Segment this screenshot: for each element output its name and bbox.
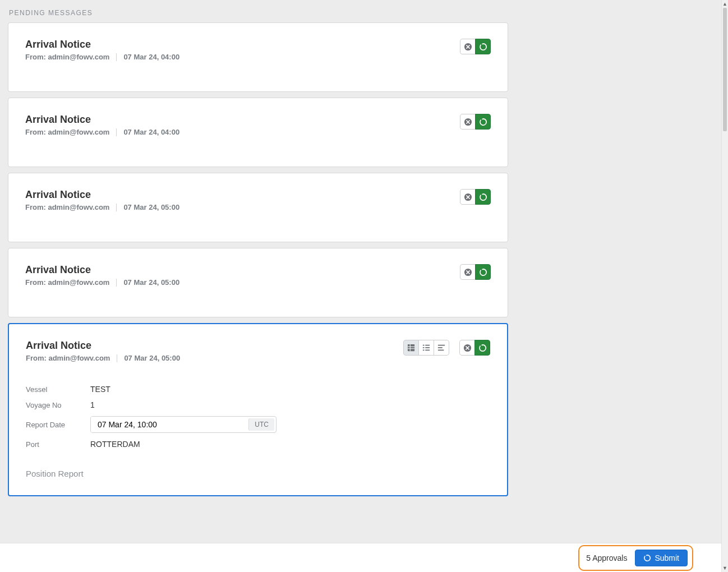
refresh-check-icon — [479, 118, 487, 126]
divider — [116, 279, 117, 287]
field-label-reportdate: Report Date — [26, 421, 90, 429]
field-label-voyage: Voyage No — [26, 401, 90, 409]
close-circle-icon — [463, 344, 472, 352]
card-date: 07 Mar 24, 04:00 — [123, 53, 179, 61]
reject-button[interactable] — [459, 340, 475, 356]
card-date: 07 Mar 24, 04:00 — [123, 128, 179, 136]
align-left-icon — [437, 344, 445, 352]
reject-button[interactable] — [460, 39, 476, 54]
reject-button[interactable] — [460, 114, 476, 130]
approve-button[interactable] — [474, 340, 490, 356]
close-circle-icon — [464, 193, 472, 201]
report-date-suffix: UTC — [248, 418, 274, 431]
reject-button[interactable] — [460, 189, 476, 205]
subsection-title: Position Report — [26, 469, 490, 478]
card-date: 07 Mar 24, 05:00 — [124, 354, 180, 362]
card-title: Arrival Notice — [25, 114, 491, 126]
approve-button[interactable] — [475, 39, 491, 54]
divider — [117, 354, 117, 362]
svg-rect-15 — [438, 347, 443, 348]
field-value-vessel: TEST — [90, 385, 110, 394]
scrollbar[interactable]: ▲ ▼ — [721, 0, 728, 572]
refresh-check-icon — [478, 344, 487, 352]
card-date: 07 Mar 24, 05:00 — [123, 278, 179, 287]
card-from: From: admin@fowv.com — [25, 53, 109, 61]
card-from: From: admin@fowv.com — [25, 128, 109, 136]
svg-rect-12 — [423, 350, 425, 351]
svg-rect-13 — [425, 350, 430, 351]
submit-button[interactable]: Submit — [635, 550, 688, 566]
svg-rect-10 — [423, 347, 425, 348]
message-card-selected[interactable]: Arrival Notice From: admin@fowv.com 07 M… — [8, 323, 508, 496]
field-label-vessel: Vessel — [26, 385, 90, 394]
field-value-voyage: 1 — [90, 400, 95, 409]
divider — [116, 53, 117, 61]
scroll-down-arrow-icon[interactable]: ▼ — [722, 564, 728, 572]
card-from: From: admin@fowv.com — [25, 203, 109, 211]
scroll-thumb[interactable] — [723, 8, 727, 131]
detail-table: Vessel TEST Voyage No 1 Report Date UTC — [26, 381, 490, 452]
refresh-check-icon — [479, 43, 487, 51]
svg-rect-9 — [425, 345, 430, 346]
view-left-button[interactable] — [434, 340, 449, 356]
approve-button[interactable] — [475, 264, 491, 280]
field-label-port: Port — [26, 440, 90, 449]
svg-rect-14 — [438, 345, 445, 346]
svg-rect-16 — [438, 350, 444, 351]
divider — [116, 128, 117, 136]
approve-button[interactable] — [475, 114, 491, 130]
message-card[interactable]: Arrival Notice From: admin@fowv.com 07 M… — [8, 248, 508, 317]
close-circle-icon — [464, 118, 472, 126]
view-mode-group — [403, 340, 449, 356]
card-from: From: admin@fowv.com — [26, 354, 110, 362]
card-title: Arrival Notice — [25, 39, 491, 50]
message-card[interactable]: Arrival Notice From: admin@fowv.com 07 M… — [8, 173, 508, 242]
scroll-area[interactable]: PENDING MESSAGES Arrival Notice From: ad… — [0, 0, 721, 572]
approval-box: 5 Approvals Submit — [578, 545, 693, 571]
message-card[interactable]: Arrival Notice From: admin@fowv.com 07 M… — [8, 22, 508, 92]
close-circle-icon — [464, 268, 472, 276]
section-label: PENDING MESSAGES — [8, 6, 508, 22]
svg-rect-11 — [425, 347, 430, 348]
field-value-port: ROTTERDAM — [90, 440, 140, 449]
footer-bar: 5 Approvals Submit — [0, 543, 721, 572]
divider — [116, 204, 117, 211]
svg-rect-4 — [408, 344, 414, 351]
refresh-check-icon — [643, 554, 651, 562]
view-list-button[interactable] — [418, 340, 434, 356]
card-title: Arrival Notice — [25, 264, 491, 276]
submit-label: Submit — [655, 553, 679, 562]
approve-button[interactable] — [475, 189, 491, 205]
view-grid-button[interactable] — [403, 340, 419, 356]
report-date-input-wrap: UTC — [90, 416, 277, 433]
reject-button[interactable] — [460, 264, 476, 280]
svg-rect-8 — [423, 345, 425, 346]
card-title: Arrival Notice — [25, 189, 491, 201]
refresh-check-icon — [479, 268, 487, 276]
close-circle-icon — [464, 43, 472, 51]
card-date: 07 Mar 24, 05:00 — [123, 203, 179, 211]
scroll-up-arrow-icon[interactable]: ▲ — [722, 0, 728, 8]
approvals-count: 5 Approvals — [586, 553, 627, 562]
refresh-check-icon — [479, 193, 487, 201]
report-date-input[interactable] — [91, 417, 247, 432]
grid-icon — [407, 344, 415, 352]
list-icon — [422, 344, 430, 352]
card-from: From: admin@fowv.com — [25, 278, 109, 287]
message-card[interactable]: Arrival Notice From: admin@fowv.com 07 M… — [8, 98, 508, 167]
